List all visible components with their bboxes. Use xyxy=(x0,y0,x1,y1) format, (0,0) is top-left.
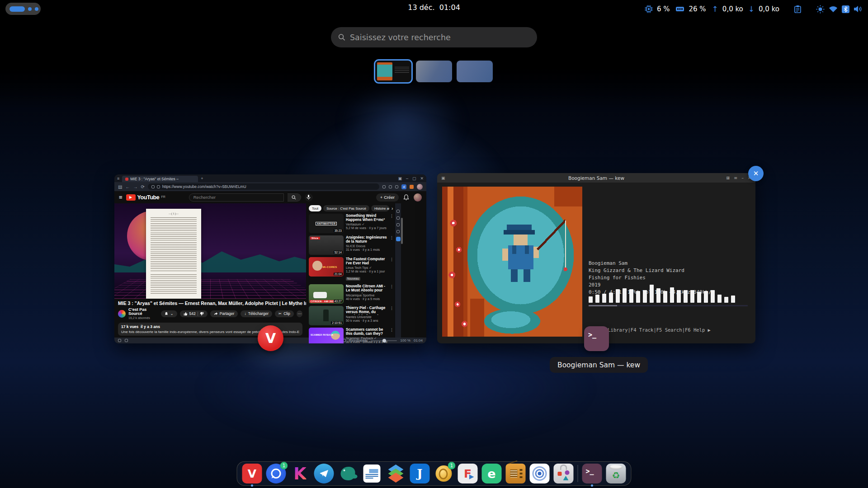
page-text-block xyxy=(151,217,197,272)
page-number: —( 5 )— xyxy=(151,212,197,215)
system-tray[interactable]: 6 % 26 % ↑ 0,0 ko ↓ 0,0 ko xyxy=(645,0,863,18)
store-shape-square xyxy=(558,472,562,476)
youtube-search-box: Rechercher xyxy=(189,193,284,202)
notification-badge: 1 xyxy=(448,462,456,469)
wifi-icon xyxy=(829,6,838,13)
album-art xyxy=(442,187,582,337)
status-clock: 01:04 xyxy=(414,338,423,343)
share-label: Partager xyxy=(220,311,235,316)
tab-title: MIE 3 : "Aryas" et Sémites – xyxy=(130,177,179,181)
memory-icon xyxy=(675,6,684,12)
dock-item-signal[interactable]: 1 xyxy=(266,464,286,483)
dock-item-layers-app[interactable] xyxy=(386,464,406,483)
plus-icon: + xyxy=(380,195,383,200)
dock-item-localsend[interactable] xyxy=(530,464,550,483)
related-video-meta: 31 k vues · il y a 1 mois xyxy=(346,248,387,252)
reload-icon: ⟳ xyxy=(141,184,144,189)
related-video-channel: Veritasium ✓ xyxy=(346,223,387,226)
panel-notes-icon xyxy=(396,230,400,233)
search-icon xyxy=(338,33,345,41)
dock-item-joplin[interactable]: J xyxy=(410,464,430,483)
notification-badge: 1 xyxy=(280,462,288,469)
clock[interactable]: 13 déc. 01:04 xyxy=(408,3,460,12)
youtube-header: ≡ ▶ YouTube FR Rechercher + Créer xyxy=(114,191,426,203)
video-duration: 43:27 xyxy=(334,300,343,303)
window-maximize-icon: ▢ xyxy=(412,176,416,181)
related-videos-sidebar: Tout Source : C'est Pas Sourcé Histoire … xyxy=(306,203,395,338)
track-album: Fishing for Fishies xyxy=(589,275,646,281)
workspace-indicator[interactable] xyxy=(5,3,41,15)
workspace-thumbnail-1[interactable] xyxy=(375,61,411,82)
channel-avatar xyxy=(118,310,126,318)
workspace-thumbnail-2[interactable] xyxy=(416,61,452,82)
related-video-item: CITROEN : AMI 2025 43:27 Nouvelle Citroe… xyxy=(309,284,394,304)
related-video-title: Something Weird Happens When E=mc² xyxy=(346,214,387,222)
window-title-text: Boogieman Sam — kew xyxy=(557,361,640,369)
youtube-search-button xyxy=(288,193,301,202)
dock-item-dino[interactable] xyxy=(338,464,358,483)
overview-search[interactable] xyxy=(331,27,537,47)
dock-item-trash[interactable]: ♻ xyxy=(606,464,626,483)
related-video-meta: 40 k vues · il y a 5 mois xyxy=(346,297,387,301)
player-grid-graphic xyxy=(114,279,306,299)
related-video-title: Scammers cannot be this dumb, can they? xyxy=(346,328,387,336)
video-duration: 52:14 xyxy=(334,251,343,254)
browser-window-preview[interactable]: ≡ MIE 3 : "Aryas" et Sémites – + ▣ – ▢ ✕… xyxy=(114,174,426,343)
trash-recycle-icon: ♻ xyxy=(612,470,620,481)
vivaldi-logo-letter: V xyxy=(265,330,276,346)
related-video-item: PRO 96-CORES 21:04 The Fastest Computer … xyxy=(309,257,394,282)
terminal-menu-icon: ≡ xyxy=(734,175,737,180)
thumbnail-text: SCAMMER PAYBACK xyxy=(311,334,334,336)
youtube-menu-icon: ≡ xyxy=(119,194,123,201)
clipboard-icon xyxy=(794,5,802,14)
terminal-title-bar: ▣ Boogieman Sam — kew ⊞ ≡ – ✕ xyxy=(437,173,755,183)
tab-sync-icon: ▣ xyxy=(398,176,402,181)
dock-item-tuba[interactable]: 1 xyxy=(434,464,454,483)
window-close-button[interactable]: ✕ xyxy=(748,166,764,181)
terminal-window-preview[interactable]: ▣ Boogieman Sam — kew ⊞ ≡ – ✕ xyxy=(437,173,755,343)
dock-item-terminal[interactable]: >_ xyxy=(582,464,602,483)
voice-search-icon xyxy=(305,193,313,202)
flathub-icon: F xyxy=(464,467,472,480)
reading-list-icon xyxy=(389,185,392,188)
close-icon: ✕ xyxy=(753,169,759,178)
clip-button: ✂ Clip xyxy=(275,310,294,317)
page-text-block xyxy=(151,274,197,295)
dock-item-e-app[interactable]: e xyxy=(482,464,502,483)
kebab-menu-icon: ⋮ xyxy=(390,214,394,233)
terminal-tab-icon: ▣ xyxy=(441,176,445,180)
dock-item-software-store[interactable] xyxy=(554,464,574,483)
dock-item-vivaldi[interactable]: V xyxy=(242,464,262,483)
related-video-channel: Nantes Université xyxy=(346,315,387,319)
related-video-meta: 50 k vues · il y a 3 ans xyxy=(346,319,387,323)
trash-paper xyxy=(610,465,623,469)
workspace-dot xyxy=(35,7,38,11)
youtube-logo: ▶ YouTube FR xyxy=(126,194,165,201)
store-shape-circle xyxy=(565,470,570,475)
video-thumbnail: 2:10:51 xyxy=(309,306,344,325)
dock-item-telegram[interactable] xyxy=(314,464,334,483)
search-input[interactable] xyxy=(350,33,530,42)
signal-icon xyxy=(271,469,281,479)
status-tiling-icon xyxy=(118,339,121,342)
bluetooth-icon xyxy=(842,5,849,13)
cpu-icon xyxy=(645,5,653,13)
track-song: Boogieman Sam xyxy=(589,260,627,266)
running-indicator xyxy=(251,484,253,487)
workspace-preview-art xyxy=(377,62,392,80)
terminal-title: Boogieman Sam — kew xyxy=(437,175,755,181)
channel-subscribers: 16,2 k abonnés xyxy=(128,316,157,320)
terminal-prompt-glyph: >_ xyxy=(588,331,596,339)
radio-antenna xyxy=(509,460,518,464)
dock-item-flathub[interactable]: F xyxy=(458,464,478,483)
workspace-thumbnail-3[interactable] xyxy=(457,61,493,82)
video-thumbnail: SCAMMER PAYBACK xyxy=(309,328,344,343)
tab-favicon xyxy=(125,178,128,181)
dock-item-libreoffice[interactable] xyxy=(363,465,381,483)
profile-avatar xyxy=(417,184,423,190)
dock-item-shortwave[interactable] xyxy=(506,464,526,483)
zoom-reset-label: Réinitialiser xyxy=(349,338,368,343)
video-player: —( 5 )— xyxy=(114,203,306,299)
download-button: ↓ Télécharger xyxy=(241,310,272,317)
dock-item-k-app[interactable]: K xyxy=(290,464,310,483)
